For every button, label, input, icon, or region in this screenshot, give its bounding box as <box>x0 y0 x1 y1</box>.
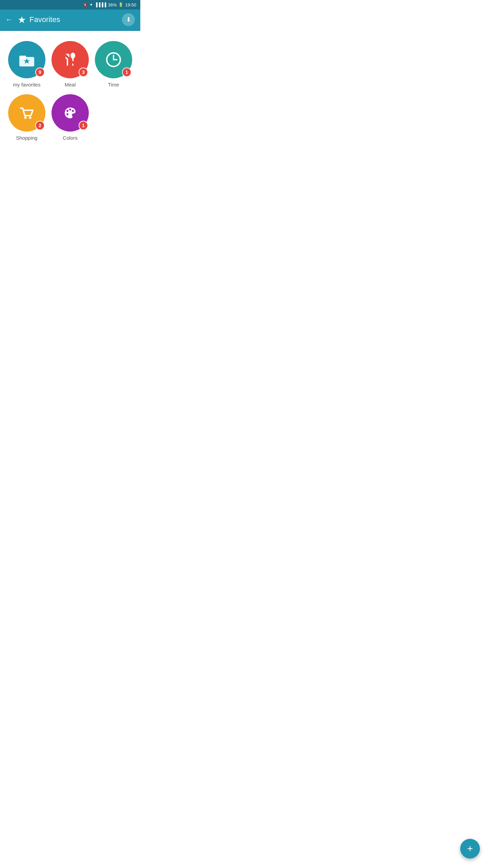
back-button[interactable]: ← <box>5 15 13 24</box>
my-favorites-badge: 9 <box>35 67 45 77</box>
meal-label: Meal <box>65 82 76 87</box>
bluetooth-icon: ✦ <box>89 2 93 7</box>
shopping-circle-wrapper: 2 <box>8 94 45 132</box>
time-label: Time <box>108 82 119 87</box>
colors-label: Colors <box>63 135 77 141</box>
battery-text: 36% <box>108 2 117 7</box>
category-shopping[interactable]: 2 Shopping <box>7 94 47 141</box>
my-favorites-label: my favorites <box>13 82 41 87</box>
categories-grid: 9 my favorites <box>7 41 134 141</box>
palette-icon <box>61 104 79 122</box>
favorites-star-icon: ★ <box>18 14 26 25</box>
app-bar-left: ← ★ Favorites <box>5 14 60 25</box>
my-favorites-circle-wrapper: 9 <box>8 41 45 78</box>
status-bar: 🔇 ✦ ▐▐▐▐ 36% 🔋 19:50 <box>0 0 140 9</box>
shopping-badge: 2 <box>35 121 45 130</box>
category-time[interactable]: 1 Time <box>94 41 134 87</box>
main-content: 9 my favorites <box>0 31 140 168</box>
app-bar-title: Favorites <box>29 15 60 24</box>
shopping-label: Shopping <box>16 135 37 141</box>
colors-badge: 1 <box>79 121 88 130</box>
colors-circle-wrapper: 1 <box>52 94 89 132</box>
download-button[interactable]: ⬇ <box>122 13 135 26</box>
download-icon: ⬇ <box>126 16 131 23</box>
category-colors[interactable]: 1 Colors <box>50 94 90 141</box>
battery-icon: 🔋 <box>118 2 123 7</box>
time-badge: 1 <box>122 67 131 77</box>
status-icons: 🔇 ✦ ▐▐▐▐ 36% 🔋 19:50 <box>83 2 136 7</box>
utensils-icon <box>61 51 79 68</box>
mute-icon: 🔇 <box>83 2 88 7</box>
signal-icon: ▐▐▐▐ <box>95 2 106 7</box>
time-text: 19:50 <box>125 2 136 7</box>
meal-circle-wrapper: 3 <box>52 41 89 78</box>
clock-icon <box>105 51 122 68</box>
app-bar-title-group: ★ Favorites <box>18 14 60 25</box>
app-bar: ← ★ Favorites ⬇ <box>0 9 140 30</box>
category-my-favorites[interactable]: 9 my favorites <box>7 41 47 87</box>
svg-rect-1 <box>19 56 26 59</box>
category-meal[interactable]: 3 Meal <box>50 41 90 87</box>
svg-point-14 <box>29 117 32 119</box>
svg-point-16 <box>69 108 71 111</box>
svg-point-18 <box>66 113 68 115</box>
cart-icon <box>18 104 36 122</box>
time-circle-wrapper: 1 <box>95 41 132 78</box>
folder-star-icon <box>18 51 36 68</box>
meal-badge: 3 <box>79 67 88 77</box>
svg-point-17 <box>72 110 74 112</box>
svg-point-13 <box>24 117 27 119</box>
svg-point-15 <box>66 110 68 112</box>
svg-point-8 <box>70 53 75 59</box>
